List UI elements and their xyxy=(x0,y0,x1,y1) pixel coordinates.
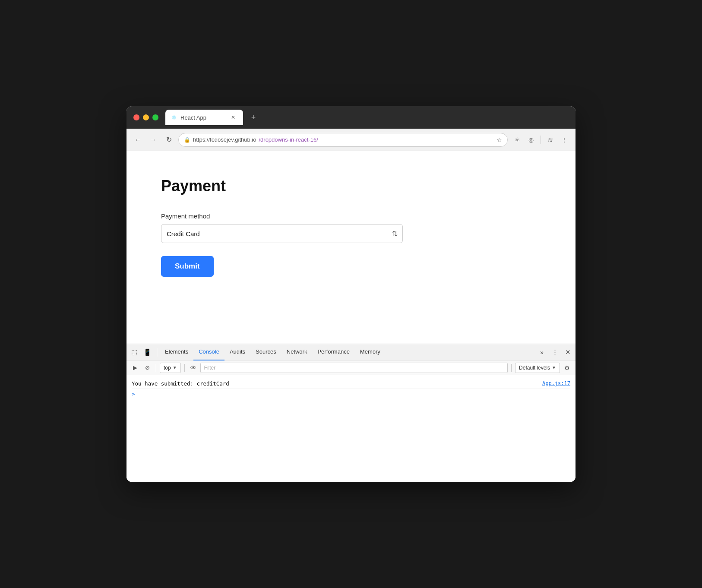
console-prompt-line: > xyxy=(132,389,570,399)
tab-close-button[interactable]: ✕ xyxy=(229,114,237,121)
console-levels-selector[interactable]: Default levels ▼ xyxy=(515,363,560,373)
devtools-settings-button[interactable]: ⋮ xyxy=(549,346,561,358)
console-filter-input[interactable] xyxy=(200,363,508,373)
console-sep2 xyxy=(184,364,185,372)
devtools-panel: ⬚ 📱 Elements Console Audits Sources Netw… xyxy=(126,344,576,482)
context-label: top xyxy=(164,365,171,371)
more-button[interactable]: ⋮ xyxy=(558,134,570,146)
back-icon: ← xyxy=(134,136,141,144)
url-base: https://fedosejev.github.io xyxy=(193,136,256,143)
tab-network[interactable]: Network xyxy=(281,344,313,360)
page-content: Payment Payment method Credit Card PayPa… xyxy=(126,151,576,344)
devtools-inspect-button[interactable]: ⬚ xyxy=(128,346,140,358)
tab-console[interactable]: Console xyxy=(193,344,225,360)
levels-arrow-icon: ▼ xyxy=(552,365,556,370)
context-selector[interactable]: top ▼ xyxy=(160,363,181,373)
forward-icon: → xyxy=(150,136,157,144)
react-devtools-icon[interactable]: ⚛ xyxy=(511,134,523,146)
console-clear-button[interactable]: ▶ xyxy=(130,363,140,373)
back-button[interactable]: ← xyxy=(132,134,144,146)
console-eye-button[interactable]: 👁 xyxy=(188,363,199,373)
bookmark-icon: ☆ xyxy=(496,136,502,143)
new-tab-button[interactable]: + xyxy=(247,111,260,124)
accessibility-icon[interactable]: ◎ xyxy=(525,134,537,146)
title-bar: ⚛ React App ✕ + xyxy=(126,106,576,129)
console-toolbar: ▶ ⊘ top ▼ 👁 Default levels ▼ ⚙ xyxy=(126,360,576,375)
tab-title: React App xyxy=(180,114,206,121)
reload-icon: ↻ xyxy=(166,136,172,144)
toolbar-icons: ⚛ ◎ ≋ ⋮ xyxy=(511,134,570,146)
devtools-tabs-bar: ⬚ 📱 Elements Console Audits Sources Netw… xyxy=(126,344,576,360)
forward-button[interactable]: → xyxy=(147,134,159,146)
console-log-entry: You have submitted: creditCard App.js:17 xyxy=(132,379,570,389)
tab-audits[interactable]: Audits xyxy=(225,344,250,360)
minimize-traffic-light[interactable] xyxy=(143,114,149,120)
tab-performance[interactable]: Performance xyxy=(312,344,354,360)
payment-method-label: Payment method xyxy=(161,212,541,220)
payment-method-select[interactable]: Credit Card PayPal Bitcoin xyxy=(161,224,403,243)
customize-icon[interactable]: ≋ xyxy=(544,134,557,146)
console-log-text: You have submitted: creditCard xyxy=(132,380,229,387)
submit-button[interactable]: Submit xyxy=(161,256,214,277)
tab-sources[interactable]: Sources xyxy=(250,344,281,360)
browser-tab[interactable]: ⚛ React App ✕ xyxy=(165,110,243,125)
maximize-traffic-light[interactable] xyxy=(152,114,158,120)
context-selector-arrow-icon: ▼ xyxy=(173,365,177,370)
console-toolbar-sep xyxy=(156,364,156,372)
lock-icon: 🔒 xyxy=(184,137,190,143)
devtools-close-button[interactable]: ✕ xyxy=(562,346,574,358)
tab-memory[interactable]: Memory xyxy=(355,344,386,360)
tab-elements[interactable]: Elements xyxy=(160,344,193,360)
tab-favicon-icon: ⚛ xyxy=(171,114,177,121)
browser-window: ⚛ React App ✕ + ← → ↻ 🔒 https://fedoseje… xyxy=(126,106,576,482)
url-path: /dropdowns-in-react-16/ xyxy=(259,136,318,143)
traffic-lights xyxy=(133,114,158,120)
levels-label: Default levels xyxy=(519,365,550,371)
console-chevron-icon: > xyxy=(132,391,135,397)
address-bar: ← → ↻ 🔒 https://fedosejev.github.io /dro… xyxy=(126,129,576,151)
devtools-actions: ⋮ ✕ xyxy=(549,346,574,358)
console-block-button[interactable]: ⊘ xyxy=(142,363,152,373)
console-filter-sep xyxy=(511,364,512,372)
select-wrapper: Credit Card PayPal Bitcoin ⇅ xyxy=(161,224,403,243)
devtools-more-tabs-button[interactable]: » xyxy=(537,344,547,360)
page-title: Payment xyxy=(161,177,541,195)
devtools-device-button[interactable]: 📱 xyxy=(141,346,153,358)
toolbar-divider xyxy=(541,136,541,144)
close-traffic-light[interactable] xyxy=(133,114,139,120)
reload-button[interactable]: ↻ xyxy=(163,134,175,146)
devtools-sep xyxy=(157,348,157,357)
console-output: You have submitted: creditCard App.js:17… xyxy=(126,375,576,482)
url-bar[interactable]: 🔒 https://fedosejev.github.io /dropdowns… xyxy=(178,133,508,147)
console-log-source[interactable]: App.js:17 xyxy=(542,380,570,386)
console-settings-button[interactable]: ⚙ xyxy=(562,363,572,373)
